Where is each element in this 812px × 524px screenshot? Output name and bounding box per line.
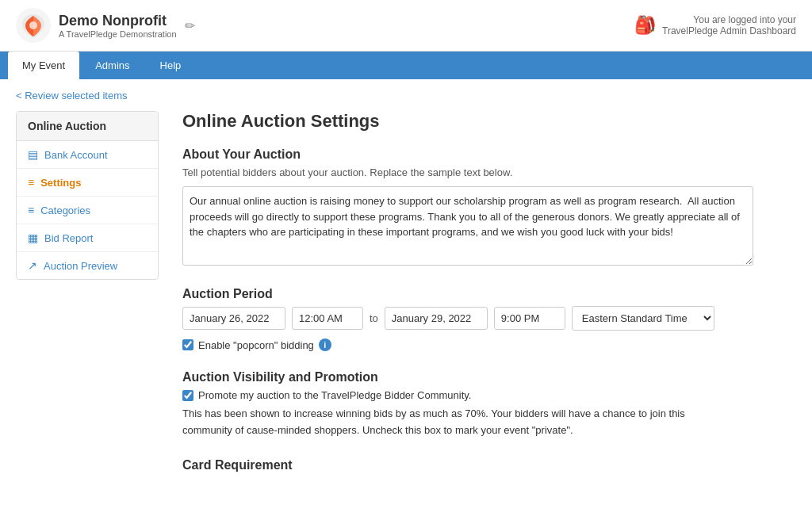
page-title: Online Auction Settings: [182, 111, 788, 132]
about-desc: Tell potential bidders about your auctio…: [182, 166, 788, 178]
sidebar-label-auction-preview: Auction Preview: [44, 260, 117, 272]
svg-point-1: [29, 21, 37, 29]
sidebar: Online Auction ▤ Bank Account ≡ Settings…: [16, 111, 159, 280]
card-title: Card Requirement: [182, 458, 788, 472]
header: Demo Nonprofit A TravelPledge Demonstrat…: [0, 0, 812, 52]
sidebar-label-settings: Settings: [40, 177, 81, 189]
bank-account-icon: ▤: [28, 148, 38, 161]
popcorn-label: Enable "popcorn" bidding: [198, 339, 314, 351]
popcorn-row: Enable "popcorn" bidding i: [182, 338, 788, 351]
org-name: Demo Nonprofit: [59, 13, 177, 29]
visibility-section: Auction Visibility and Promotion Promote…: [182, 370, 788, 439]
popcorn-checkbox[interactable]: [182, 339, 193, 350]
admin-icon: 🎒: [634, 15, 656, 36]
about-textarea[interactable]: Our annual online auction is raising mon…: [182, 186, 753, 266]
sidebar-label-categories: Categories: [40, 205, 90, 216]
sidebar-label-bid-report: Bid Report: [44, 232, 93, 244]
org-subtitle: A TravelPledge Demonstration: [59, 29, 177, 39]
start-time-input[interactable]: [292, 307, 363, 330]
sidebar-label-bank-account: Bank Account: [44, 149, 108, 161]
tab-help[interactable]: Help: [146, 52, 196, 79]
end-date-input[interactable]: [385, 307, 488, 330]
settings-icon: ≡: [28, 176, 34, 189]
edit-icon[interactable]: ✏: [185, 18, 195, 33]
admin-text-line1: You are logged into your: [662, 14, 796, 25]
sidebar-item-categories[interactable]: ≡ Categories: [17, 197, 158, 224]
navbar: My Event Admins Help: [0, 52, 812, 79]
bid-report-icon: ▦: [28, 231, 38, 244]
admin-text-line2: TravelPledge Admin Dashboard: [662, 25, 796, 36]
sidebar-item-settings[interactable]: ≡ Settings: [17, 169, 158, 197]
about-title: About Your Auction: [182, 147, 788, 162]
sidebar-item-bid-report[interactable]: ▦ Bid Report: [17, 224, 158, 252]
sidebar-item-auction-preview[interactable]: ↗ Auction Preview: [17, 252, 158, 279]
promote-label: Promote my auction to the TravelPledge B…: [198, 389, 471, 401]
period-to-label: to: [370, 312, 378, 324]
content: Online Auction Settings About Your Aucti…: [174, 111, 796, 491]
promote-row: Promote my auction to the TravelPledge B…: [182, 389, 788, 401]
period-title: Auction Period: [182, 287, 788, 301]
auction-preview-icon: ↗: [28, 259, 37, 272]
period-row: to Eastern Standard Time Central Standar…: [182, 306, 788, 331]
visibility-desc: This has been shown to increase winning …: [182, 406, 737, 439]
admin-info: 🎒 You are logged into your TravelPledge …: [634, 14, 796, 36]
logo-text: Demo Nonprofit A TravelPledge Demonstrat…: [59, 13, 177, 39]
logo-icon: [16, 8, 51, 43]
main-layout: Online Auction ▤ Bank Account ≡ Settings…: [0, 111, 812, 507]
categories-icon: ≡: [28, 204, 34, 216]
about-section: About Your Auction Tell potential bidder…: [182, 147, 788, 268]
tab-my-event[interactable]: My Event: [8, 52, 79, 79]
end-time-input[interactable]: [494, 307, 565, 330]
start-date-input[interactable]: [182, 307, 285, 330]
timezone-select[interactable]: Eastern Standard Time Central Standard T…: [572, 306, 714, 331]
tab-admins[interactable]: Admins: [81, 52, 144, 79]
period-section: Auction Period to Eastern Standard Time …: [182, 287, 788, 351]
card-section: Card Requirement: [182, 458, 788, 472]
visibility-title: Auction Visibility and Promotion: [182, 370, 788, 384]
breadcrumb[interactable]: < Review selected items: [16, 90, 128, 101]
breadcrumb-area: < Review selected items: [0, 79, 812, 111]
popcorn-info-icon[interactable]: i: [319, 338, 331, 351]
logo-area: Demo Nonprofit A TravelPledge Demonstrat…: [16, 8, 195, 43]
promote-checkbox[interactable]: [182, 390, 193, 401]
sidebar-header: Online Auction: [17, 112, 158, 141]
sidebar-item-bank-account[interactable]: ▤ Bank Account: [17, 141, 158, 169]
